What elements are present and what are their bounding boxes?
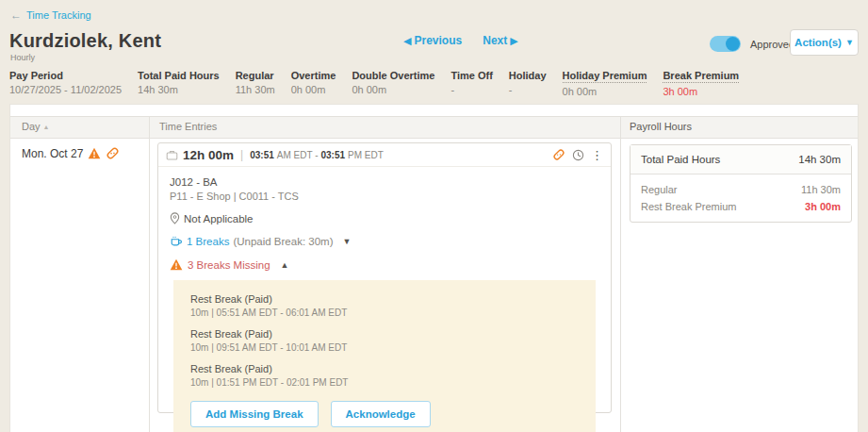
summary-value: 0h 00m (352, 84, 434, 95)
summary-label: Time Off (450, 70, 492, 81)
summary-value: 0h 00m (291, 84, 336, 95)
summary-label: Break Premium (663, 70, 739, 83)
approved-toggle[interactable] (710, 36, 741, 52)
separator: | (240, 148, 243, 161)
payroll-total-value: 14h 30m (798, 154, 841, 165)
summary-label: Regular (236, 70, 275, 81)
next-label: Next (483, 34, 507, 47)
missing-break-item: Rest Break (Paid) 10m | 09:51 AM EDT - 1… (190, 328, 579, 353)
payroll-row-value: 3h 00m (805, 201, 841, 212)
entry-start-time: 03:51 (250, 150, 274, 160)
breaks-count-link[interactable]: 1 Breaks (187, 236, 229, 247)
day-column-header[interactable]: Day▲ (22, 121, 50, 132)
employee-pay-type: Hourly (10, 53, 35, 62)
previous-arrow-icon: ◀ (403, 35, 415, 46)
chevron-down-icon: ▼ (343, 237, 352, 246)
entry-job-code: J012 - BA (170, 176, 599, 188)
back-arrow-icon: ← (10, 8, 22, 22)
time-tracking-page: ←Time Tracking Kurdziolek, Kent Hourly ◀… (0, 0, 868, 432)
employee-name: Kurdziolek, Kent (9, 30, 161, 52)
summary-pay-period: Pay Period 10/27/2025 - 11/02/2025 (9, 70, 122, 97)
period-pager: ◀ Previous Next ▶ (403, 34, 518, 47)
kebab-menu-icon[interactable]: ⋮ (591, 149, 603, 161)
summary-value: 14h 30m (138, 84, 220, 95)
summary-value: 3h 00m (663, 86, 739, 97)
payroll-total-row: Total Paid Hours 14h 30m (631, 145, 851, 174)
payroll-row-regular: Regular 11h 30m (641, 184, 841, 195)
actions-button-label: Action(s) (794, 37, 842, 48)
missed-break-bandage-icon (552, 148, 565, 161)
timesheet-panel: Day▲ Time Entries Payroll Hours Mon. Oct… (9, 104, 859, 432)
entry-end-suffix: PM EDT (348, 150, 384, 160)
entry-duration: 12h 00m (183, 148, 234, 162)
summary-break-premium: Break Premium 3h 00m (663, 70, 739, 97)
summary-label: Double Overtime (352, 70, 434, 81)
briefcase-icon (166, 149, 178, 161)
back-link-label: Time Tracking (26, 9, 91, 21)
pay-period-summary: Pay Period 10/27/2025 - 11/02/2025 Total… (9, 70, 755, 97)
summary-value: 10/27/2025 - 11/02/2025 (9, 84, 122, 95)
summary-value: - (450, 84, 492, 95)
entry-header-icons: ⋮ (552, 148, 603, 161)
summary-overtime: Overtime 0h 00m (291, 70, 336, 97)
payroll-row-label: Regular (641, 184, 678, 195)
chevron-down-icon: ▼ (845, 38, 854, 47)
add-missing-break-button[interactable]: Add Missing Break (190, 401, 319, 427)
summary-value: - (509, 84, 547, 95)
summary-double-overtime: Double Overtime 0h 00m (352, 70, 434, 97)
break-detail: 10m | 05:51 AM EDT - 06:01 AM EDT (190, 307, 579, 318)
previous-button[interactable]: ◀ Previous (403, 34, 462, 47)
clock-icon[interactable] (572, 149, 584, 161)
break-detail: 10m | 01:51 PM EDT - 02:01 PM EDT (190, 377, 579, 388)
missing-break-item: Rest Break (Paid) 10m | 05:51 AM EDT - 0… (190, 293, 579, 318)
summary-value: 11h 30m (236, 84, 275, 95)
next-arrow-icon: ▶ (507, 35, 518, 46)
column-divider (149, 116, 150, 432)
entry-location-label: Not Applicable (184, 213, 254, 224)
summary-holiday-premium: Holiday Premium 0h 00m (563, 70, 647, 97)
actions-button[interactable]: Action(s) ▼ (790, 29, 859, 56)
day-header-label: Day (22, 121, 41, 132)
payroll-breakdown: Regular 11h 30m Rest Break Premium 3h 00… (631, 174, 851, 222)
next-button[interactable]: Next ▶ (483, 34, 518, 47)
day-date-label: Mon. Oct 27 (22, 147, 83, 160)
breaks-missing-expander[interactable]: 3 Breaks Missing ▲ (170, 258, 599, 271)
approved-toggle-group: Approved (710, 36, 794, 52)
summary-regular: Regular 11h 30m (236, 70, 275, 97)
acknowledge-button[interactable]: Acknowledge (331, 401, 431, 427)
entry-org-codes: P11 - E Shop | C0011 - TCS (170, 191, 599, 202)
time-entry-body: J012 - BA P11 - E Shop | C0011 - TCS Not… (158, 167, 611, 432)
missing-break-actions: Add Missing Break Acknowledge (190, 401, 579, 427)
break-title: Rest Break (Paid) (190, 328, 579, 340)
summary-label: Holiday Premium (563, 70, 647, 83)
payroll-row-rest-break-premium: Rest Break Premium 3h 00m (641, 201, 841, 212)
summary-total-paid-hours: Total Paid Hours 14h 30m (138, 70, 220, 97)
location-pin-icon (170, 212, 180, 224)
missed-break-bandage-icon (106, 146, 120, 160)
entry-location: Not Applicable (170, 212, 599, 224)
time-entry-card: 12h 00m | 03:51 AM EDT - 03:51 PM EDT ⋮ … (157, 142, 612, 413)
approved-label: Approved (750, 39, 794, 50)
summary-holiday: Holiday - (509, 70, 547, 97)
payroll-row-value: 11h 30m (801, 184, 841, 195)
back-to-time-tracking-link[interactable]: ←Time Tracking (10, 8, 91, 22)
warning-triangle-icon (88, 147, 101, 159)
time-entries-column-header: Time Entries (159, 121, 217, 132)
missing-breaks-panel: Rest Break (Paid) 10m | 05:51 AM EDT - 0… (173, 280, 596, 432)
payroll-row-label: Rest Break Premium (641, 201, 736, 212)
warning-triangle-icon (170, 258, 183, 271)
summary-label: Holiday (509, 70, 547, 81)
break-detail: 10m | 09:51 AM EDT - 10:01 AM EDT (190, 342, 579, 353)
entry-end-time: 03:51 (320, 150, 345, 160)
missing-break-item: Rest Break (Paid) 10m | 01:51 PM EDT - 0… (190, 363, 579, 388)
breaks-expander[interactable]: 1 Breaks (Unpaid Break: 30m) ▼ (170, 235, 599, 247)
previous-label: Previous (415, 34, 463, 47)
payroll-hours-card: Total Paid Hours 14h 30m Regular 11h 30m… (630, 144, 852, 223)
toggle-knob (726, 37, 740, 51)
day-row-label: Mon. Oct 27 (22, 146, 120, 160)
break-cup-icon (170, 235, 183, 247)
table-header-band (10, 116, 858, 139)
summary-label: Pay Period (9, 70, 122, 81)
column-divider (620, 116, 621, 432)
break-title: Rest Break (Paid) (190, 363, 579, 374)
